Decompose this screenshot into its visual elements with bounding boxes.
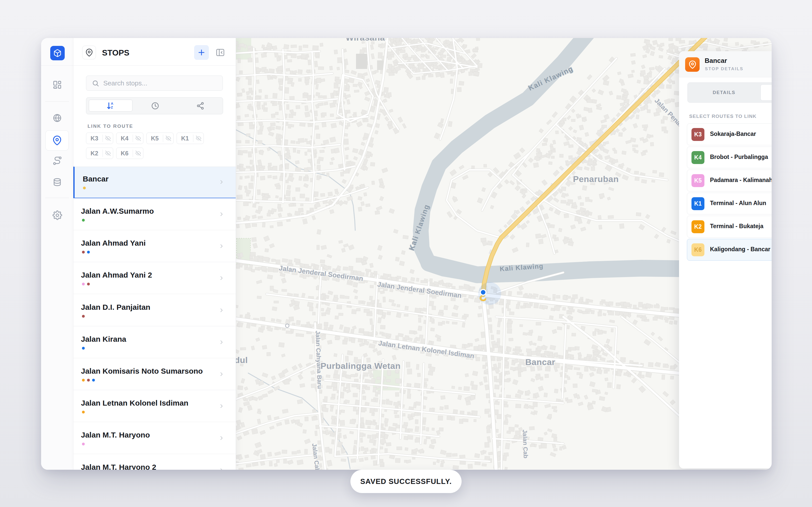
svg-text:Penaruban: Penaruban: [573, 174, 619, 184]
svg-text:Z: Z: [111, 105, 113, 109]
svg-text:Bancar: Bancar: [525, 357, 555, 367]
svg-text:dul: dul: [236, 355, 248, 365]
svg-text:A: A: [111, 102, 113, 105]
svg-text:Jalan Cab: Jalan Cab: [521, 430, 529, 458]
svg-text:Purbalingga Wetan: Purbalingga Wetan: [320, 361, 401, 371]
svg-text:Wirasana: Wirasana: [346, 38, 385, 42]
